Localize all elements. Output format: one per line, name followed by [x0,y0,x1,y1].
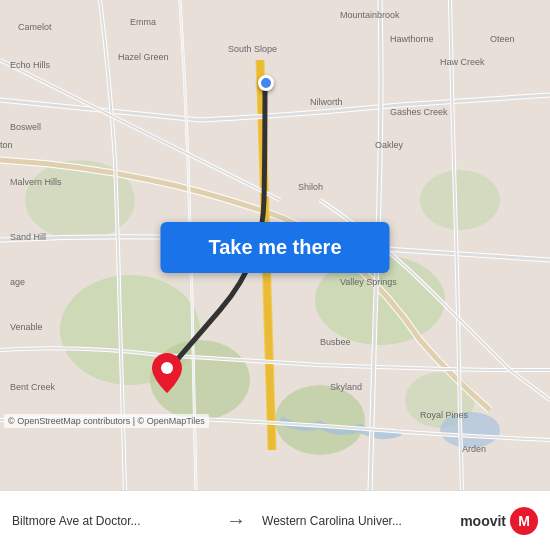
svg-point-34 [161,362,173,374]
svg-text:age: age [10,277,25,287]
svg-text:Emma: Emma [130,17,156,27]
map-attribution: © OpenStreetMap contributors | © OpenMap… [4,414,209,428]
destination-marker [152,353,182,397]
svg-text:Venable: Venable [10,322,43,332]
origin-location: Biltmore Ave at Doctor... [12,514,210,528]
svg-text:Nilworth: Nilworth [310,97,343,107]
svg-text:Skyland: Skyland [330,382,362,392]
svg-text:South Slope: South Slope [228,44,277,54]
svg-text:Echo Hills: Echo Hills [10,60,51,70]
svg-text:Royal Pines: Royal Pines [420,410,469,420]
svg-text:Busbee: Busbee [320,337,351,347]
svg-point-4 [420,170,500,230]
svg-text:Shiloh: Shiloh [298,182,323,192]
svg-text:Oteen: Oteen [490,34,515,44]
map-container: Camelot Emma Mountainbrook Echo Hills Ha… [0,0,550,490]
direction-arrow: → [210,509,262,532]
svg-text:Bent Creek: Bent Creek [10,382,56,392]
moovit-logo: moovit M [460,507,538,535]
svg-text:Valley Springs: Valley Springs [340,277,397,287]
destination-label: Western Carolina Univer... [262,514,460,528]
bottom-bar: Biltmore Ave at Doctor... → Western Caro… [0,490,550,550]
svg-text:Hawthorne: Hawthorne [390,34,434,44]
origin-label: Biltmore Ave at Doctor... [12,514,210,528]
svg-text:Arden: Arden [462,444,486,454]
svg-text:Mountainbrook: Mountainbrook [340,10,400,20]
svg-text:Hazel Green: Hazel Green [118,52,169,62]
svg-text:Sand Hill: Sand Hill [10,232,46,242]
svg-text:Boswell: Boswell [10,122,41,132]
svg-text:Camelot: Camelot [18,22,52,32]
take-me-there-button[interactable]: Take me there [160,222,389,273]
svg-text:Gashes Creek: Gashes Creek [390,107,448,117]
svg-text:Oakley: Oakley [375,140,404,150]
svg-text:Haw Creek: Haw Creek [440,57,485,67]
origin-marker [258,75,274,91]
moovit-logo-text: moovit [460,513,506,529]
destination-location: Western Carolina Univer... [262,514,460,528]
svg-text:ton: ton [0,140,13,150]
svg-text:Malvern Hills: Malvern Hills [10,177,62,187]
moovit-logo-icon: M [510,507,538,535]
